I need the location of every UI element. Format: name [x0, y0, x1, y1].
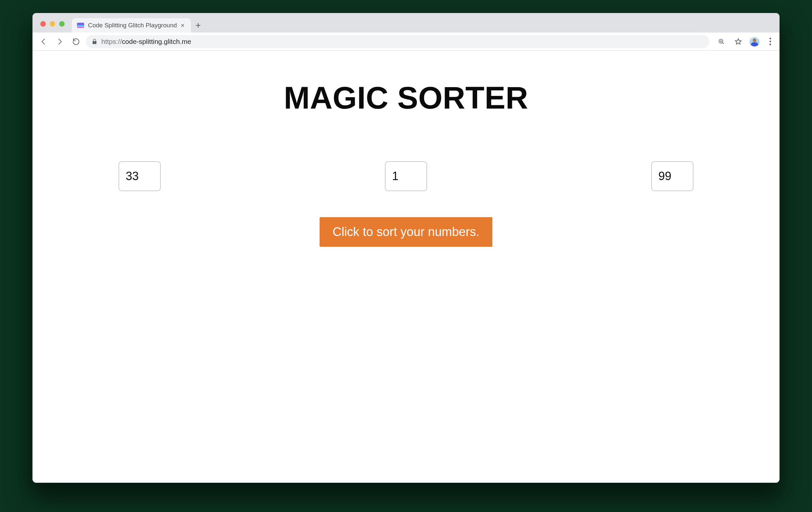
svg-line-1 — [722, 42, 724, 44]
tab-close-button[interactable]: × — [181, 22, 185, 29]
page-content: MAGIC SORTER Click to sort your numbers. — [119, 51, 693, 247]
window-controls — [37, 21, 68, 32]
new-tab-button[interactable]: + — [191, 18, 205, 32]
browser-tab[interactable]: Code Splitting Glitch Playground × — [72, 18, 191, 32]
number-input-a[interactable] — [119, 161, 161, 191]
browser-menu-button[interactable] — [765, 38, 775, 45]
toolbar-right — [713, 36, 775, 47]
page-viewport: MAGIC SORTER Click to sort your numbers. — [32, 51, 780, 483]
tab-strip: Code Splitting Glitch Playground × + — [32, 13, 780, 32]
sort-button[interactable]: Click to sort your numbers. — [320, 217, 492, 247]
number-input-c[interactable] — [651, 161, 693, 191]
glitch-favicon-icon — [77, 22, 84, 29]
address-bar[interactable]: https://code-splitting.glitch.me — [86, 35, 709, 48]
tab-title: Code Splitting Glitch Playground — [88, 22, 177, 29]
number-inputs-row — [119, 161, 693, 191]
nav-forward-button[interactable] — [53, 35, 66, 48]
window-maximize-button[interactable] — [59, 21, 65, 27]
number-input-b[interactable] — [385, 161, 427, 191]
lock-icon — [92, 39, 97, 45]
window-close-button[interactable] — [40, 21, 46, 27]
browser-toolbar: https://code-splitting.glitch.me — [32, 32, 780, 51]
svg-marker-4 — [735, 38, 742, 44]
zoom-icon[interactable] — [716, 36, 727, 47]
bookmark-star-icon[interactable] — [733, 36, 744, 47]
nav-reload-button[interactable] — [69, 35, 83, 48]
browser-window: Code Splitting Glitch Playground × + htt… — [32, 13, 780, 483]
page-title: MAGIC SORTER — [284, 80, 528, 116]
profile-avatar[interactable] — [750, 37, 759, 47]
window-minimize-button[interactable] — [50, 21, 55, 27]
nav-back-button[interactable] — [37, 35, 50, 48]
url-text: https://code-splitting.glitch.me — [102, 38, 191, 46]
